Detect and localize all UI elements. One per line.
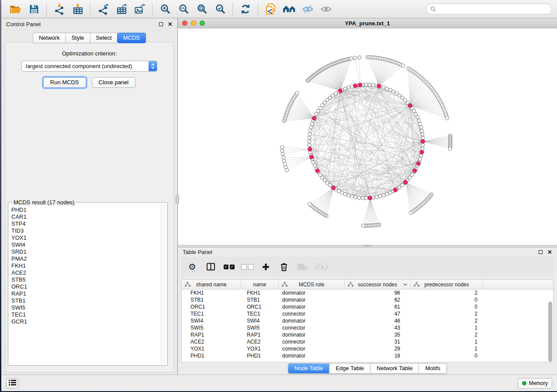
mcds-result-item[interactable]: RAP1	[9, 290, 161, 297]
cell-mcds-role[interactable]: connector	[278, 325, 343, 331]
cell-predecessor-nodes[interactable]: 1	[409, 339, 481, 345]
cell-mcds-role[interactable]: dominator	[278, 297, 343, 303]
show-all-button[interactable]	[317, 2, 335, 17]
close-table-panel-icon[interactable]: ✕	[547, 249, 552, 255]
memory-button[interactable]: Memory	[518, 378, 552, 389]
cell-predecessor-nodes[interactable]: 0	[409, 304, 481, 310]
import-table-button[interactable]	[69, 2, 87, 17]
mcds-result-item[interactable]: SWI5	[9, 304, 161, 311]
cell-name[interactable]: FKH1	[241, 290, 278, 296]
cell-name[interactable]: SWI5	[241, 325, 278, 331]
column-header-name[interactable]: name	[241, 280, 279, 289]
mcds-result-item[interactable]: PHD1	[9, 206, 161, 213]
settings-button[interactable]: ⚙	[185, 260, 200, 274]
tab-edge-table[interactable]: Edge Table	[329, 364, 370, 373]
zoom-selected-button[interactable]	[211, 2, 229, 17]
table-row[interactable]: RAP1RAP1dominator352	[182, 331, 553, 338]
tab-network-table[interactable]: Network Table	[370, 364, 419, 373]
cell-shared-name[interactable]: SWI5	[182, 325, 241, 331]
cell-shared-name[interactable]: ACE2	[182, 339, 241, 345]
cell-successor-nodes[interactable]: 43	[343, 325, 409, 331]
cell-mcds-role[interactable]: dominator	[278, 332, 343, 338]
cell-name[interactable]: PHD1	[241, 353, 278, 359]
table-row[interactable]: FKH1FKH1dominator962	[182, 289, 553, 296]
mcds-result-item[interactable]: SRD1	[9, 248, 161, 255]
horizontal-splitter[interactable]	[178, 245, 557, 248]
close-panel-icon[interactable]: ✕	[168, 21, 173, 27]
zoom-out-button[interactable]	[174, 2, 193, 17]
cell-shared-name[interactable]: YOX1	[182, 346, 241, 352]
cell-predecessor-nodes[interactable]: 2	[409, 311, 481, 317]
export-image-button[interactable]	[131, 2, 149, 17]
table-row[interactable]: ORC1ORC1dominator610	[182, 303, 553, 310]
mcds-list-scrollbar[interactable]	[161, 203, 167, 365]
network-canvas[interactable]	[178, 28, 557, 245]
cell-successor-nodes[interactable]: 31	[343, 339, 409, 345]
optimization-criterion-select[interactable]: largest connected component (undirected)	[21, 61, 157, 72]
table-row[interactable]: SWI4SWI4dominator462	[182, 317, 553, 324]
mcds-result-item[interactable]: STP4	[9, 220, 161, 227]
mcds-result-item[interactable]: TEC1	[9, 311, 161, 318]
close-window-icon[interactable]	[182, 21, 187, 26]
search-box[interactable]	[426, 3, 552, 14]
cell-shared-name[interactable]: STB1	[182, 297, 241, 303]
mcds-result-item[interactable]: PMA2	[9, 255, 161, 262]
mcds-result-item[interactable]: ORC1	[9, 283, 161, 290]
cell-successor-nodes[interactable]: 46	[343, 318, 409, 324]
refresh-view-button[interactable]	[236, 2, 255, 17]
table-row[interactable]: ACE2ACE2connector311	[182, 338, 553, 345]
cell-shared-name[interactable]: ORC1	[182, 304, 241, 310]
close-panel-button[interactable]: Close panel	[92, 77, 136, 88]
cell-shared-name[interactable]: RAP1	[182, 332, 241, 338]
cell-name[interactable]: ORC1	[241, 304, 278, 310]
tab-node-table[interactable]: Node Table	[288, 364, 330, 373]
table-row[interactable]: PHD1PHD1dominator180	[182, 352, 553, 359]
cell-shared-name[interactable]: TEC1	[182, 311, 241, 317]
cell-successor-nodes[interactable]: 96	[343, 290, 409, 296]
tab-mcds[interactable]: MCDS	[117, 33, 146, 43]
save-session-button[interactable]	[25, 2, 43, 17]
cell-mcds-role[interactable]: dominator	[278, 318, 343, 324]
mcds-result-item[interactable]: FKH1	[9, 262, 161, 269]
cell-name[interactable]: YOX1	[241, 346, 278, 352]
export-network-button[interactable]	[94, 2, 112, 17]
cell-shared-name[interactable]: SWI4	[182, 318, 241, 324]
mcds-result-item[interactable]: STB1	[9, 297, 161, 304]
cell-predecessor-nodes[interactable]: 0	[409, 297, 481, 303]
cell-successor-nodes[interactable]: 35	[343, 332, 409, 338]
export-table-button[interactable]	[112, 2, 131, 17]
deselect-all-rows-button[interactable]	[240, 260, 255, 274]
cell-predecessor-nodes[interactable]: 2	[409, 318, 481, 324]
cell-name[interactable]: SWI4	[241, 318, 278, 324]
tab-motifs[interactable]: Motifs	[419, 364, 446, 373]
cell-predecessor-nodes[interactable]: 2	[409, 290, 481, 296]
tab-style[interactable]: Style	[66, 33, 90, 43]
mcds-result-item[interactable]: CAR1	[9, 213, 161, 220]
cell-name[interactable]: TEC1	[241, 311, 278, 317]
add-column-button[interactable]	[258, 260, 273, 274]
float-table-panel-icon[interactable]	[539, 250, 543, 254]
cell-successor-nodes[interactable]: 47	[343, 311, 409, 317]
cell-predecessor-nodes[interactable]: 1	[409, 325, 481, 331]
delete-column-button[interactable]	[277, 260, 291, 274]
mcds-result-item[interactable]: YOX1	[9, 234, 161, 241]
mcds-result-item[interactable]: SWI4	[9, 241, 161, 248]
run-mcds-button[interactable]: Run MCDS	[43, 77, 86, 88]
cell-shared-name[interactable]: FKH1	[182, 290, 241, 296]
column-header-mcds-role[interactable]: MCDS role	[279, 280, 345, 289]
table-row[interactable]: TEC1TEC1connector472	[182, 310, 553, 317]
float-panel-icon[interactable]	[159, 22, 163, 26]
zoom-fit-button[interactable]	[193, 2, 211, 17]
mcds-result-item[interactable]: STB5	[9, 276, 161, 283]
table-row[interactable]: STB1STB1dominator620	[182, 296, 553, 303]
cell-predecessor-nodes[interactable]: 0	[409, 353, 481, 359]
cell-successor-nodes[interactable]: 29	[343, 346, 409, 352]
cell-mcds-role[interactable]: dominator	[278, 304, 343, 310]
mcds-result-item[interactable]: TID3	[9, 227, 161, 234]
column-header-predecessor-nodes[interactable]: predecessor nodes	[411, 280, 483, 289]
hide-selected-button[interactable]	[298, 2, 317, 17]
cell-name[interactable]: ACE2	[241, 339, 278, 345]
cell-shared-name[interactable]: PHD1	[182, 353, 241, 359]
tab-select[interactable]: Select	[90, 33, 118, 43]
search-input[interactable]	[439, 6, 547, 13]
